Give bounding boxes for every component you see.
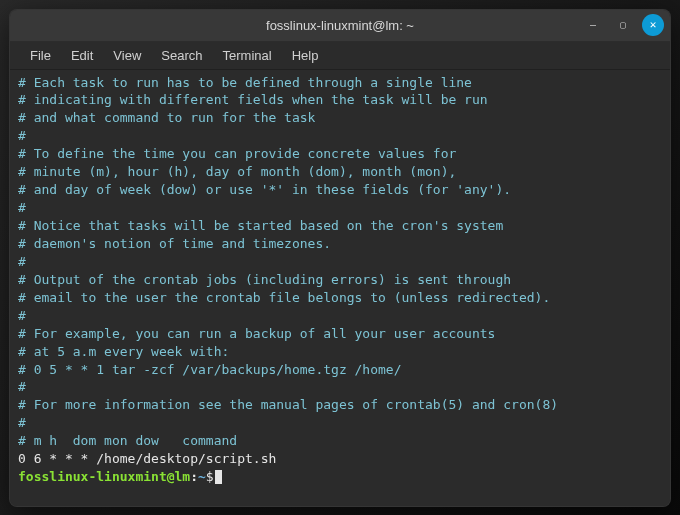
window-title: fosslinux-linuxmint@lm: ~ [10,18,670,33]
terminal-line: # To define the time you can provide con… [18,145,662,163]
terminal-window: fosslinux-linuxmint@lm: ~ – ▢ ✕ File Edi… [9,9,671,507]
terminal-line: # minute (m), hour (h), day of month (do… [18,163,662,181]
terminal-line: # [18,199,662,217]
terminal-line: # email to the user the crontab file bel… [18,289,662,307]
terminal-line: 0 6 * * * /home/desktop/script.sh [18,450,662,468]
menu-terminal[interactable]: Terminal [213,44,282,67]
terminal-line: # 0 5 * * 1 tar -zcf /var/backups/home.t… [18,361,662,379]
maximize-icon: ▢ [620,19,626,30]
terminal-line: # For example, you can run a backup of a… [18,325,662,343]
terminal-line: # Notice that tasks will be started base… [18,217,662,235]
minimize-button[interactable]: – [582,14,604,36]
terminal-line: # [18,253,662,271]
menubar: File Edit View Search Terminal Help [10,42,670,70]
terminal-line: # Output of the crontab jobs (including … [18,271,662,289]
close-button[interactable]: ✕ [642,14,664,36]
prompt-user-host: fosslinux-linuxmint@lm [18,469,190,484]
menu-help[interactable]: Help [282,44,329,67]
menu-view[interactable]: View [103,44,151,67]
terminal-line: # Each task to run has to be defined thr… [18,74,662,92]
terminal-line: # indicating with different fields when … [18,91,662,109]
menu-search[interactable]: Search [151,44,212,67]
terminal-line: # [18,414,662,432]
menu-edit[interactable]: Edit [61,44,103,67]
menu-file[interactable]: File [20,44,61,67]
terminal-line: # [18,378,662,396]
terminal-line: # and day of week (dow) or use '*' in th… [18,181,662,199]
maximize-button[interactable]: ▢ [612,14,634,36]
terminal-line: # and what command to run for the task [18,109,662,127]
prompt-line: fosslinux-linuxmint@lm:~$ [18,468,662,486]
minimize-icon: – [590,19,596,30]
terminal-output[interactable]: # Each task to run has to be defined thr… [10,70,670,506]
close-icon: ✕ [650,18,657,31]
window-controls: – ▢ ✕ [582,14,664,36]
terminal-line: # For more information see the manual pa… [18,396,662,414]
prompt-path: ~ [198,469,206,484]
terminal-line: # at 5 a.m every week with: [18,343,662,361]
terminal-line: # [18,127,662,145]
prompt-separator: : [190,469,198,484]
titlebar[interactable]: fosslinux-linuxmint@lm: ~ – ▢ ✕ [10,10,670,42]
cursor-icon [215,470,222,484]
prompt-symbol: $ [206,469,214,484]
terminal-line: # m h dom mon dow command [18,432,662,450]
terminal-line: # daemon's notion of time and timezones. [18,235,662,253]
terminal-line: # [18,307,662,325]
